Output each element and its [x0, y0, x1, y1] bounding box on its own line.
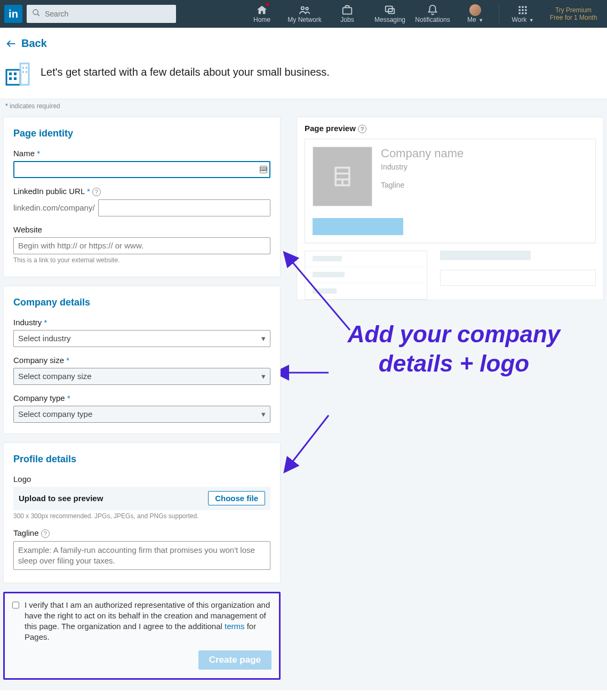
- svg-rect-21: [14, 77, 17, 80]
- logo-upload-row: Upload to see preview Choose file: [13, 487, 270, 510]
- name-input[interactable]: [13, 161, 270, 178]
- required-note: * indicates required: [0, 99, 607, 114]
- url-prefix: linkedin.com/company/: [13, 203, 95, 212]
- svg-rect-9: [525, 6, 526, 8]
- help-icon[interactable]: ?: [358, 125, 366, 133]
- nav-label: My Network: [287, 16, 321, 23]
- preview-tagline: Tagline: [381, 181, 464, 189]
- keyboard-icon: ⌨: [260, 166, 267, 173]
- svg-rect-19: [14, 73, 17, 75]
- back-label: Back: [21, 37, 47, 50]
- svg-rect-11: [522, 9, 523, 11]
- verify-checkbox[interactable]: [12, 601, 19, 609]
- chevron-down-icon: ▾: [261, 409, 266, 419]
- hero-text: Let's get started with a few details abo…: [41, 66, 330, 78]
- preview-logo-placeholder: [313, 147, 372, 206]
- svg-rect-8: [522, 6, 523, 8]
- svg-rect-26: [26, 71, 27, 73]
- svg-rect-14: [522, 12, 523, 14]
- nav-label: Home: [253, 16, 270, 23]
- svg-rect-7: [519, 6, 521, 8]
- caret-down-icon: ▼: [477, 18, 483, 23]
- nav-jobs[interactable]: Jobs: [326, 0, 369, 28]
- page-identity-card: Page identity Name * ⌨ LinkedIn public U…: [3, 117, 281, 277]
- website-input[interactable]: [13, 237, 270, 254]
- nav-label: Messaging: [374, 16, 405, 23]
- type-select[interactable]: Select company type ▾: [13, 406, 270, 423]
- company-details-card: Company details Industry * Select indust…: [3, 286, 281, 434]
- tagline-input[interactable]: [13, 541, 270, 570]
- bell-icon: [427, 4, 438, 16]
- nav-label: Notifications: [415, 16, 450, 23]
- svg-rect-6: [388, 9, 394, 13]
- nav-label: Jobs: [340, 16, 354, 23]
- help-icon[interactable]: ?: [41, 529, 50, 538]
- preview-inner: Company name Industry Tagline: [305, 139, 596, 243]
- industry-select[interactable]: Select industry ▾: [13, 330, 270, 347]
- svg-point-3: [306, 7, 308, 10]
- linkedin-logo[interactable]: in: [4, 5, 22, 23]
- type-label: Company type *: [13, 393, 270, 403]
- svg-rect-23: [22, 67, 24, 69]
- logo-label: Logo: [13, 474, 270, 484]
- building-icon: [5, 59, 32, 86]
- svg-rect-17: [6, 70, 20, 85]
- caret-down-icon: ▼: [528, 18, 533, 23]
- chat-icon: [384, 4, 396, 16]
- svg-line-33: [291, 415, 329, 463]
- people-icon: [299, 4, 310, 16]
- premium-link[interactable]: Try Premium Free for 1 Month: [544, 0, 603, 28]
- size-label: Company size *: [13, 356, 270, 365]
- nav-separator: [499, 4, 499, 23]
- search-container: [27, 5, 176, 23]
- briefcase-icon: [341, 4, 353, 16]
- annotation-text: Add your company details + logo: [329, 319, 579, 378]
- website-label: Website: [13, 225, 270, 234]
- search-input[interactable]: [27, 5, 176, 23]
- terms-link[interactable]: terms: [225, 622, 245, 631]
- nav-me[interactable]: Me ▼: [454, 0, 497, 28]
- section-heading: Profile details: [13, 454, 270, 465]
- svg-rect-25: [22, 71, 24, 73]
- verify-box: I verify that I am an authorized represe…: [3, 592, 281, 680]
- preview-title: Page preview ?: [305, 124, 596, 133]
- nav-network[interactable]: My Network: [283, 0, 326, 28]
- chevron-down-icon: ▾: [261, 334, 266, 343]
- svg-rect-15: [525, 12, 526, 14]
- svg-rect-4: [343, 7, 352, 14]
- nav-messaging[interactable]: Messaging: [369, 0, 411, 28]
- profile-details-card: Profile details Logo Upload to see previ…: [3, 442, 281, 583]
- svg-rect-10: [519, 9, 521, 11]
- svg-rect-12: [525, 9, 526, 11]
- nav-home[interactable]: Home: [241, 0, 283, 28]
- verify-text: I verify that I am an authorized represe…: [25, 600, 271, 643]
- nav-label: Work ▼: [512, 16, 533, 23]
- section-heading: Company details: [13, 297, 270, 308]
- svg-rect-22: [20, 63, 29, 85]
- logo-hint: 300 x 300px recommended. JPGs, JPEGs, an…: [13, 512, 270, 520]
- size-select[interactable]: Select company size ▾: [13, 368, 270, 385]
- page-preview-card: Page preview ? Company name Industry Tag…: [297, 117, 604, 300]
- nav-notifications[interactable]: Notifications: [411, 0, 454, 28]
- chevron-down-icon: ▾: [261, 372, 266, 381]
- preview-follow-placeholder: [313, 218, 403, 235]
- nav-work[interactable]: Work ▼: [501, 0, 544, 28]
- svg-rect-18: [9, 73, 12, 75]
- svg-rect-13: [519, 12, 521, 14]
- svg-line-1: [37, 14, 39, 16]
- tagline-label: Tagline ?: [13, 528, 270, 538]
- nav-label: Me ▼: [467, 16, 483, 23]
- industry-label: Industry *: [13, 318, 270, 327]
- apps-grid-icon: [517, 4, 528, 16]
- arrow-left-icon: [5, 38, 17, 50]
- hero: Let's get started with a few details abo…: [0, 57, 607, 99]
- back-link[interactable]: Back: [5, 37, 47, 50]
- upload-preview-label: Upload to see preview: [19, 494, 103, 503]
- choose-file-button[interactable]: Choose file: [208, 491, 265, 505]
- help-icon[interactable]: ?: [92, 188, 101, 196]
- preview-company-name: Company name: [381, 147, 464, 160]
- svg-point-0: [33, 10, 38, 14]
- create-page-button[interactable]: Create page: [198, 650, 271, 670]
- url-input[interactable]: [98, 199, 270, 216]
- search-icon: [32, 9, 41, 19]
